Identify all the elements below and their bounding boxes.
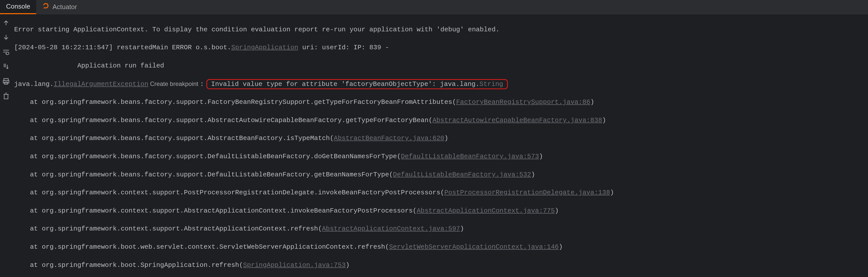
scroll-to-bottom-icon[interactable] xyxy=(2,34,10,41)
tab-console[interactable]: Console xyxy=(0,0,36,14)
stack-frame: at org.springframework.context.support.P… xyxy=(14,188,868,198)
log-line: Error starting ApplicationContext. To di… xyxy=(14,25,868,35)
ide-run-tool-window: Console Actuator Error starting Applicat… xyxy=(0,0,868,277)
source-link[interactable]: AbstractApplicationContext.java:775 xyxy=(416,207,555,215)
log-line: Application run failed xyxy=(14,61,868,71)
stack-frame: at org.springframework.beans.factory.sup… xyxy=(14,152,868,162)
clear-icon[interactable] xyxy=(2,92,10,100)
stack-frame: at org.springframework.beans.factory.sup… xyxy=(14,170,868,180)
tab-actuator[interactable]: Actuator xyxy=(36,0,83,14)
console-output[interactable]: Error starting ApplicationContext. To di… xyxy=(12,14,868,277)
print-icon[interactable] xyxy=(2,78,10,85)
tab-actuator-label: Actuator xyxy=(52,3,77,11)
exception-class-link[interactable]: IllegalArgumentException xyxy=(54,80,148,88)
log-line: [2024-05-28 16:22:11:547] restartedMain … xyxy=(14,43,868,53)
scroll-to-top-icon[interactable] xyxy=(2,19,10,27)
console-gutter xyxy=(0,14,12,277)
stack-frame: at org.springframework.context.support.A… xyxy=(14,224,868,234)
class-link[interactable]: SpringApplication xyxy=(231,44,298,51)
source-link[interactable]: SpringApplication.java:753 xyxy=(243,261,346,269)
create-breakpoint-link[interactable]: Create breakpoint xyxy=(149,80,200,87)
source-link[interactable]: DefaultListableBeanFactory.java:573 xyxy=(401,153,539,160)
source-link[interactable]: AbstractApplicationContext.java:597 xyxy=(322,225,460,233)
tab-bar: Console Actuator xyxy=(0,0,868,14)
source-link[interactable]: DefaultListableBeanFactory.java:532 xyxy=(393,171,531,178)
source-link[interactable]: FactoryBeanRegistrySupport.java:86 xyxy=(456,98,590,106)
exception-line: java.lang.IllegalArgumentException Creat… xyxy=(14,79,868,89)
scroll-to-stack-icon[interactable] xyxy=(2,63,10,71)
svg-rect-3 xyxy=(4,95,8,99)
stack-frame: at org.springframework.beans.factory.sup… xyxy=(14,116,868,125)
soft-wrap-icon[interactable] xyxy=(2,48,10,56)
body: Error starting ApplicationContext. To di… xyxy=(0,14,868,277)
stack-frame: at org.springframework.context.support.A… xyxy=(14,206,868,216)
tab-console-label: Console xyxy=(6,2,30,11)
highlighted-error-message: Invalid value type for attribute 'factor… xyxy=(206,79,508,89)
source-link[interactable]: PostProcessorRegistrationDelegate.java:1… xyxy=(444,189,610,196)
stack-frame: at org.springframework.beans.factory.sup… xyxy=(14,98,868,107)
stack-frame: at org.springframework.beans.factory.sup… xyxy=(14,134,868,143)
stack-frame: at org.springframework.boot.web.servlet.… xyxy=(14,242,868,252)
stack-frame: at org.springframework.boot.SpringApplic… xyxy=(14,261,868,270)
source-link[interactable]: AbstractBeanFactory.java:620 xyxy=(334,134,444,142)
source-link[interactable]: ServletWebServerApplicationContext.java:… xyxy=(389,243,559,251)
spring-icon xyxy=(42,3,49,12)
source-link[interactable]: AbstractAutowireCapableBeanFactory.java:… xyxy=(432,116,602,124)
